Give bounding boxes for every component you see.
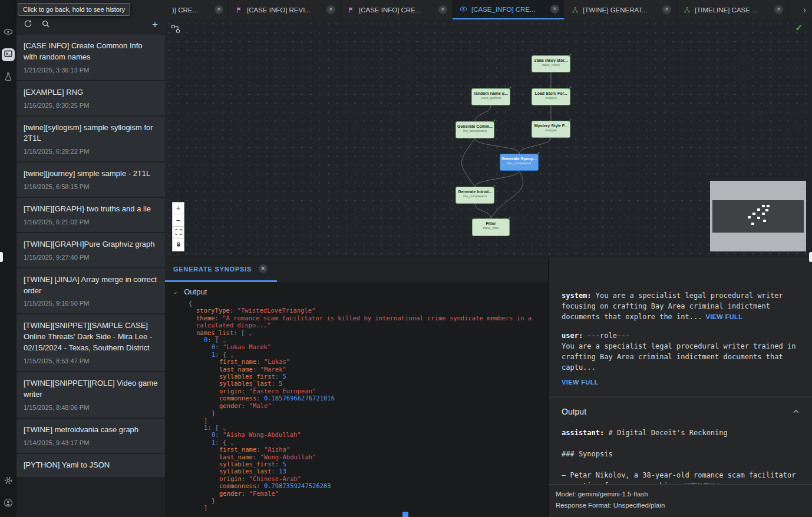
fit-view-icon (175, 228, 182, 237)
prompt-title: [TWINE] [JINJA] Array merge in correct o… (24, 274, 158, 297)
tab-label: [TWINE] GENERAT... (583, 6, 658, 14)
json-line: } (189, 409, 543, 416)
view-full-link[interactable]: VIEW FULL (562, 377, 800, 387)
layout-graph-icon[interactable] (171, 24, 180, 36)
prompt-timestamp: 1/21/2025, 3:36:13 PM (24, 67, 158, 74)
json-line: { (189, 300, 543, 307)
refresh-icon (24, 19, 32, 30)
prompt-title: [EXAMPLE] RNG (24, 87, 158, 98)
json-line: theme: "A romance scam facilitator is ki… (189, 314, 543, 329)
view-full-link[interactable]: VIEW FULL (705, 313, 742, 320)
minimap[interactable] (710, 181, 806, 251)
node-title: Mystery Style F... (532, 124, 570, 128)
json-line: 0: "Lukas Marek" (189, 343, 543, 350)
prompt-list-item[interactable]: [EXAMPLE] RNG1/16/2025, 8:30:25 PM (16, 81, 165, 115)
graph-edge (462, 138, 476, 187)
zoom-in-button[interactable]: + (172, 202, 184, 214)
assistant-message: assistant: # Digital Deceit's Reckoning … (562, 427, 800, 484)
json-line: 0: [ ⌄ (189, 336, 543, 343)
node-check-icon: ✓ (491, 184, 496, 190)
close-icon[interactable]: ✕ (438, 5, 447, 14)
tab-generate-synopsis[interactable]: GENERATE SYNOPSIS ✕ (165, 257, 277, 282)
close-icon[interactable]: ✕ (326, 5, 335, 14)
prompt-list-item[interactable]: [twine][journey] simple sample - 2T1L1/1… (16, 163, 165, 197)
divider (549, 397, 812, 397)
close-icon[interactable]: ✕ (214, 5, 223, 14)
message-user: user: ---role--- You are a specialist le… (562, 330, 800, 387)
json-line: } (189, 497, 543, 504)
prompt-list-item[interactable]: [TWINE][SNIPPET][SAMPLE CASE] Online Thr… (16, 314, 165, 371)
add-prompt-button[interactable]: + (152, 20, 158, 29)
close-icon[interactable]: ✕ (774, 5, 783, 14)
graph-node-mystery[interactable]: Mystery Style F...snippet✓ (532, 121, 570, 138)
prompt-list-item[interactable]: [TWINE] [JINJA] Array merge in correct o… (16, 269, 165, 314)
prompt-list-item[interactable]: [TWINE][SNIPPET][ROLE] Video game writer… (16, 372, 165, 417)
splitter-handle-bottom[interactable] (402, 512, 408, 517)
json-line: syllables_first: 5 (189, 373, 543, 380)
lock-button[interactable] (172, 239, 184, 251)
splitter-handle-right[interactable] (809, 252, 812, 262)
settings-gear-button[interactable] (2, 475, 15, 488)
graph-node-gen_synop[interactable]: Generate Synop...llm_completion✓ (500, 154, 539, 171)
prompt-list-item[interactable]: [CASE INFO] Create Common Info with rand… (16, 35, 165, 80)
graph-node-random_name[interactable]: random name g...exec_python✓ (471, 88, 510, 105)
eye-icon-button[interactable] (2, 26, 15, 39)
json-line: first_name: "Lukas" (189, 358, 543, 365)
tab-label: GENERATE SYNOPSIS (173, 266, 252, 273)
prompt-timestamp: 1/16/2025, 6:58:15 PM (24, 183, 158, 190)
prompt-title: [twine][syllogism] sample syllogism for … (24, 122, 158, 145)
fit-view-button[interactable] (172, 227, 184, 239)
json-line: commonness: 0.18576966276721016 (189, 395, 543, 402)
zoom-out-button[interactable]: − (172, 214, 184, 227)
output-section-header[interactable]: ⌄ Output (165, 282, 548, 298)
prompt-timestamp: 1/16/2025, 8:30:25 PM (24, 102, 158, 109)
graph-node-load_story[interactable]: Load Story For...snippet✓ (532, 88, 570, 105)
prompt-title: [CASE INFO] Create Common Info with rand… (24, 41, 158, 63)
search-button[interactable] (41, 19, 50, 30)
node-type: snippet (532, 96, 570, 100)
prompt-list-item[interactable]: [PYTHON] Yaml to JSON (16, 454, 165, 478)
graph-node-gen_comm[interactable]: Generate Comm...llm_completion✓ (455, 121, 494, 138)
node-check-icon: ✓ (507, 85, 512, 91)
splitter-handle-left[interactable] (0, 252, 3, 262)
node-type: llm_completion (456, 129, 494, 132)
node-title: random name g... (472, 91, 510, 95)
editor-tab[interactable]: [CASE_INFO] CRE...✕ (453, 0, 565, 19)
node-check-icon: ✓ (567, 118, 572, 124)
graph-canvas[interactable]: state mkey stor...state_mkey✓random name… (165, 19, 812, 257)
editor-tab[interactable]: [CASE INFO] REVI...✕ (229, 0, 341, 19)
node-title: Generate Introd... (456, 190, 494, 194)
node-title: Generate Synop... (500, 157, 538, 161)
prompt-list-item[interactable]: [TWINE][GRAPH]Pure Graphviz graph1/15/20… (16, 233, 165, 267)
prompt-title: [TWINE][SNIPPET][ROLE] Video game writer (24, 378, 158, 400)
collapse-output-chevron-icon[interactable] (792, 407, 800, 416)
close-icon[interactable]: ✕ (259, 264, 268, 273)
account-button[interactable] (2, 497, 15, 510)
prompt-list-item[interactable]: [twine][syllogism] sample syllogism for … (16, 117, 165, 162)
node-title: Filter (473, 221, 509, 226)
close-icon[interactable]: ✕ (662, 5, 671, 14)
node-check-icon: ✓ (507, 216, 511, 221)
tab-label: [CASE INFO] REVI... (247, 6, 322, 14)
node-output-tabstrip: GENERATE SYNOPSIS ✕ (165, 257, 548, 282)
experiments-icon-button[interactable] (2, 71, 15, 84)
zoom-controls: + − (172, 202, 184, 251)
editor-tab[interactable]: [TWINE] GENERAT...✕ (565, 0, 676, 19)
prompts-icon-button[interactable] (2, 48, 15, 61)
node-type: llm_completion (500, 161, 538, 165)
flag-icon (348, 6, 355, 14)
graph-node-state_mkey_store[interactable]: state mkey stor...state_mkey✓ (532, 55, 570, 72)
editor-tab[interactable]: [TIMELINE] CASE ...✕ (676, 0, 788, 19)
graph-node-filter[interactable]: Filterstate_filter✓ (472, 218, 510, 236)
editor-tab[interactable]: [CASE INFO] CRE...✕ (341, 0, 453, 19)
graph-node-gen_introd[interactable]: Generate Introd...llm_completion✓ (455, 187, 494, 204)
close-icon[interactable]: ✕ (550, 5, 559, 14)
prompt-timestamp: 1/14/2025, 9:43:17 PM (24, 439, 158, 446)
prompt-list-item[interactable]: [TWINE] metroidvania case graph1/14/2025… (16, 419, 165, 453)
tab-overflow-chevron-icon[interactable]: › (797, 0, 812, 19)
prompt-list-item[interactable]: [TWINE][GRAPH} two truths and a lie1/16/… (16, 198, 165, 232)
main-area: )] CRE...✕[CASE INFO] REVI...✕[CASE INFO… (165, 0, 812, 517)
editor-tab[interactable]: )] CRE...✕ (165, 0, 229, 19)
refresh-button[interactable] (24, 19, 32, 30)
fork-icon (572, 6, 579, 14)
